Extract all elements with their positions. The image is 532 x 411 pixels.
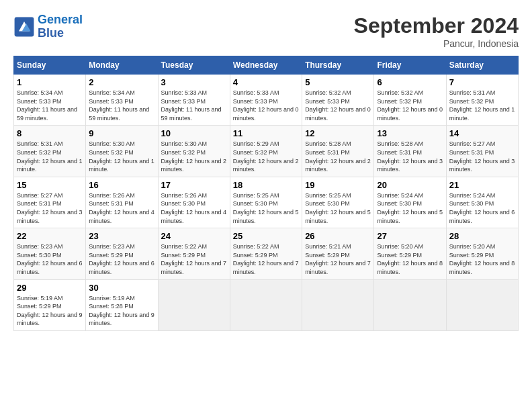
table-row: 9Sunrise: 5:30 AM Sunset: 5:32 PM Daylig…	[86, 126, 158, 177]
day-number: 30	[89, 283, 154, 293]
day-number: 25	[233, 231, 299, 241]
day-info: Sunrise: 5:32 AM Sunset: 5:32 PM Dayligh…	[377, 89, 443, 122]
header-tuesday: Tuesday	[158, 56, 230, 75]
day-info: Sunrise: 5:26 AM Sunset: 5:31 PM Dayligh…	[89, 191, 154, 225]
day-info: Sunrise: 5:31 AM Sunset: 5:32 PM Dayligh…	[449, 89, 515, 122]
table-row: 8Sunrise: 5:31 AM Sunset: 5:32 PM Daylig…	[14, 126, 86, 177]
month-title: September 2024	[354, 13, 519, 38]
table-row: 19Sunrise: 5:25 AM Sunset: 5:30 PM Dayli…	[302, 177, 374, 228]
table-row: 5Sunrise: 5:32 AM Sunset: 5:33 PM Daylig…	[302, 75, 374, 126]
table-row: 28Sunrise: 5:20 AM Sunset: 5:29 PM Dayli…	[446, 228, 518, 279]
table-row: 23Sunrise: 5:23 AM Sunset: 5:29 PM Dayli…	[86, 228, 158, 279]
day-number: 13	[377, 128, 443, 138]
day-number: 3	[161, 77, 227, 87]
day-number: 5	[305, 77, 371, 87]
day-info: Sunrise: 5:23 AM Sunset: 5:30 PM Dayligh…	[17, 242, 83, 276]
table-row: 1Sunrise: 5:34 AM Sunset: 5:33 PM Daylig…	[14, 75, 86, 126]
day-info: Sunrise: 5:24 AM Sunset: 5:30 PM Dayligh…	[449, 191, 515, 225]
day-info: Sunrise: 5:27 AM Sunset: 5:31 PM Dayligh…	[17, 191, 83, 225]
calendar-week-row: 29Sunrise: 5:19 AM Sunset: 5:29 PM Dayli…	[14, 279, 519, 330]
table-row: 12Sunrise: 5:28 AM Sunset: 5:31 PM Dayli…	[302, 126, 374, 177]
day-info: Sunrise: 5:30 AM Sunset: 5:32 PM Dayligh…	[161, 140, 227, 173]
day-info: Sunrise: 5:19 AM Sunset: 5:28 PM Dayligh…	[89, 294, 154, 328]
table-row: 3Sunrise: 5:33 AM Sunset: 5:33 PM Daylig…	[158, 75, 230, 126]
day-number: 26	[305, 231, 371, 241]
table-row: 14Sunrise: 5:27 AM Sunset: 5:31 PM Dayli…	[446, 126, 518, 177]
table-row	[230, 279, 302, 330]
table-row	[302, 279, 374, 330]
table-row: 30Sunrise: 5:19 AM Sunset: 5:28 PM Dayli…	[86, 279, 158, 330]
day-number: 11	[233, 128, 299, 138]
day-info: Sunrise: 5:25 AM Sunset: 5:30 PM Dayligh…	[305, 191, 371, 225]
day-info: Sunrise: 5:26 AM Sunset: 5:30 PM Dayligh…	[161, 191, 227, 225]
header-friday: Friday	[374, 56, 446, 75]
header-saturday: Saturday	[446, 56, 518, 75]
day-number: 1	[17, 77, 83, 87]
day-info: Sunrise: 5:34 AM Sunset: 5:33 PM Dayligh…	[17, 89, 83, 122]
calendar-week-row: 22Sunrise: 5:23 AM Sunset: 5:30 PM Dayli…	[14, 228, 519, 279]
day-info: Sunrise: 5:31 AM Sunset: 5:32 PM Dayligh…	[17, 140, 83, 173]
day-number: 23	[89, 231, 154, 241]
day-number: 17	[161, 180, 227, 190]
table-row	[446, 279, 518, 330]
logo: General Blue	[13, 13, 83, 40]
calendar-header-row: Sunday Monday Tuesday Wednesday Thursday…	[14, 56, 519, 75]
table-row: 7Sunrise: 5:31 AM Sunset: 5:32 PM Daylig…	[446, 75, 518, 126]
table-row: 24Sunrise: 5:22 AM Sunset: 5:29 PM Dayli…	[158, 228, 230, 279]
day-number: 12	[305, 128, 371, 138]
table-row	[158, 279, 230, 330]
calendar-table: Sunday Monday Tuesday Wednesday Thursday…	[13, 56, 519, 331]
day-info: Sunrise: 5:22 AM Sunset: 5:29 PM Dayligh…	[161, 242, 227, 276]
location: Pancur, Indonesia	[354, 38, 519, 49]
table-row: 6Sunrise: 5:32 AM Sunset: 5:32 PM Daylig…	[374, 75, 446, 126]
calendar-week-row: 15Sunrise: 5:27 AM Sunset: 5:31 PM Dayli…	[14, 177, 519, 228]
day-info: Sunrise: 5:33 AM Sunset: 5:33 PM Dayligh…	[233, 89, 299, 122]
table-row: 22Sunrise: 5:23 AM Sunset: 5:30 PM Dayli…	[14, 228, 86, 279]
day-info: Sunrise: 5:20 AM Sunset: 5:29 PM Dayligh…	[377, 242, 443, 276]
day-number: 22	[17, 231, 83, 241]
table-row: 26Sunrise: 5:21 AM Sunset: 5:29 PM Dayli…	[302, 228, 374, 279]
day-number: 18	[233, 180, 299, 190]
day-number: 19	[305, 180, 371, 190]
day-info: Sunrise: 5:30 AM Sunset: 5:32 PM Dayligh…	[89, 140, 154, 173]
day-info: Sunrise: 5:20 AM Sunset: 5:29 PM Dayligh…	[449, 242, 515, 276]
logo-line2: Blue	[38, 26, 64, 40]
day-info: Sunrise: 5:19 AM Sunset: 5:29 PM Dayligh…	[17, 294, 83, 328]
day-number: 16	[89, 180, 154, 190]
day-number: 4	[233, 77, 299, 87]
table-row: 4Sunrise: 5:33 AM Sunset: 5:33 PM Daylig…	[230, 75, 302, 126]
table-row	[374, 279, 446, 330]
day-info: Sunrise: 5:25 AM Sunset: 5:30 PM Dayligh…	[233, 191, 299, 225]
table-row: 27Sunrise: 5:20 AM Sunset: 5:29 PM Dayli…	[374, 228, 446, 279]
logo-icon	[13, 16, 35, 38]
table-row: 2Sunrise: 5:34 AM Sunset: 5:33 PM Daylig…	[86, 75, 158, 126]
day-info: Sunrise: 5:24 AM Sunset: 5:30 PM Dayligh…	[377, 191, 443, 225]
day-info: Sunrise: 5:34 AM Sunset: 5:33 PM Dayligh…	[89, 89, 154, 122]
day-number: 28	[449, 231, 515, 241]
day-number: 10	[161, 128, 227, 138]
table-row: 25Sunrise: 5:22 AM Sunset: 5:29 PM Dayli…	[230, 228, 302, 279]
title-area: September 2024 Pancur, Indonesia	[354, 13, 519, 49]
day-number: 27	[377, 231, 443, 241]
table-row: 17Sunrise: 5:26 AM Sunset: 5:30 PM Dayli…	[158, 177, 230, 228]
table-row: 21Sunrise: 5:24 AM Sunset: 5:30 PM Dayli…	[446, 177, 518, 228]
day-number: 24	[161, 231, 227, 241]
day-number: 7	[449, 77, 515, 87]
table-row: 29Sunrise: 5:19 AM Sunset: 5:29 PM Dayli…	[14, 279, 86, 330]
day-info: Sunrise: 5:28 AM Sunset: 5:31 PM Dayligh…	[305, 140, 371, 173]
table-row: 15Sunrise: 5:27 AM Sunset: 5:31 PM Dayli…	[14, 177, 86, 228]
day-number: 29	[17, 283, 83, 293]
day-info: Sunrise: 5:33 AM Sunset: 5:33 PM Dayligh…	[161, 89, 227, 122]
logo-line1: General	[38, 13, 83, 26]
day-info: Sunrise: 5:21 AM Sunset: 5:29 PM Dayligh…	[305, 242, 371, 276]
day-number: 14	[449, 128, 515, 138]
header-wednesday: Wednesday	[230, 56, 302, 75]
day-number: 2	[89, 77, 154, 87]
table-row: 18Sunrise: 5:25 AM Sunset: 5:30 PM Dayli…	[230, 177, 302, 228]
day-number: 8	[17, 128, 83, 138]
table-row: 11Sunrise: 5:29 AM Sunset: 5:32 PM Dayli…	[230, 126, 302, 177]
day-info: Sunrise: 5:22 AM Sunset: 5:29 PM Dayligh…	[233, 242, 299, 276]
calendar-week-row: 1Sunrise: 5:34 AM Sunset: 5:33 PM Daylig…	[14, 75, 519, 126]
table-row: 13Sunrise: 5:28 AM Sunset: 5:31 PM Dayli…	[374, 126, 446, 177]
day-info: Sunrise: 5:23 AM Sunset: 5:29 PM Dayligh…	[89, 242, 154, 276]
